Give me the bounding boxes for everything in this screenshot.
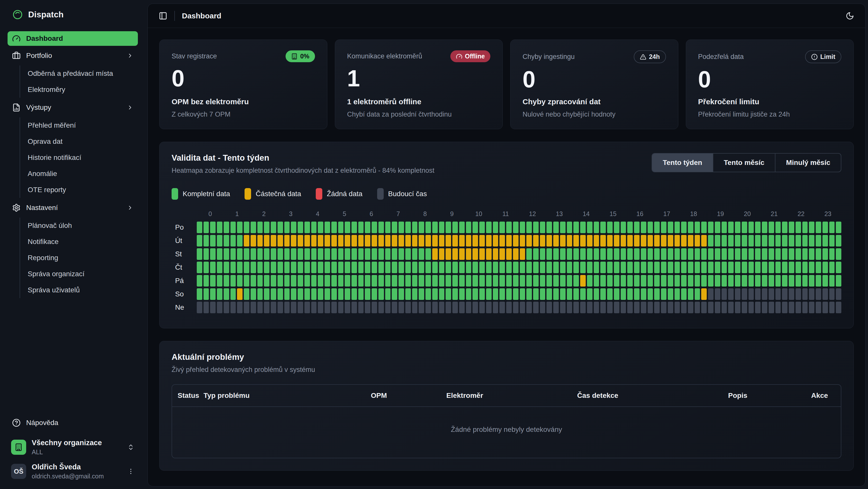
heatmap-cell <box>493 301 498 313</box>
heatmap-cell <box>432 262 438 273</box>
sidebar-subitem-ote-reporty[interactable]: OTE reporty <box>20 182 138 198</box>
heatmap-cell <box>210 301 216 313</box>
heatmap-cell <box>405 301 411 313</box>
legend-item: Částečná data <box>245 188 301 200</box>
heatmap-cell <box>802 288 808 300</box>
tab-minulý-měsíc[interactable]: Minulý měsíc <box>775 153 841 172</box>
heatmap-cell <box>668 275 673 287</box>
heatmap-cell <box>230 222 236 233</box>
sidebar-subitem-odběrná-a-předávací-místa[interactable]: Odběrná a předávací místa <box>20 65 138 82</box>
heatmap-cell <box>587 248 592 260</box>
heatmap-cell <box>668 235 673 247</box>
heatmap-cell <box>210 248 216 260</box>
heatmap-cell <box>472 262 478 273</box>
sidebar-subitem-správa-organizací[interactable]: Správa organizací <box>20 266 138 282</box>
heatmap-cell <box>816 248 821 260</box>
sidebar-subitem-přehled-měření[interactable]: Přehled měření <box>20 117 138 134</box>
sidebar-item-portfolio[interactable]: Portfolio <box>7 48 138 63</box>
sidebar-subitem-elektroměry[interactable]: Elektroměry <box>20 82 138 98</box>
day-label: Pá <box>172 277 197 285</box>
heatmap-cell <box>432 288 438 300</box>
heatmap-cell <box>318 235 323 247</box>
heatmap-cell <box>809 262 814 273</box>
sidebar-subitem-oprava-dat[interactable]: Oprava dat <box>20 134 138 150</box>
hour-label: 2 <box>251 210 278 218</box>
sidebar-subitem-správa-uživatelů[interactable]: Správa uživatelů <box>20 282 138 298</box>
heatmap-cell <box>600 235 606 247</box>
user-name: Oldřich Šveda <box>32 463 104 471</box>
heatmap-cell <box>318 288 323 300</box>
heatmap-cell <box>338 262 344 273</box>
org-selector[interactable]: Všechny organizace ALL <box>7 439 138 456</box>
heatmap-cell <box>769 262 774 273</box>
heatmap-cell <box>210 222 216 233</box>
sidebar-item-v-stupy[interactable]: Výstupy <box>7 100 138 115</box>
sidebar-item-help[interactable]: Nápověda <box>7 415 138 430</box>
user-menu[interactable]: OŠ Oldřich Šveda oldrich.sveda@gmail.com <box>7 463 138 480</box>
heatmap-cell <box>271 222 276 233</box>
sidebar-subitem-anomálie[interactable]: Anomálie <box>20 166 138 182</box>
heatmap-cell <box>587 275 592 287</box>
heatmap-cell <box>264 301 270 313</box>
heatmap-cell <box>298 301 303 313</box>
sidebar-toggle-button[interactable] <box>159 11 167 20</box>
hour-label: 17 <box>653 210 680 218</box>
heatmap-cell <box>695 262 700 273</box>
legend-swatch <box>245 188 251 200</box>
heatmap-cell <box>829 288 835 300</box>
tab-tento-měsíc[interactable]: Tento měsíc <box>713 153 775 172</box>
heatmap-cell <box>809 222 814 233</box>
theme-toggle-moon-icon[interactable] <box>846 11 854 20</box>
tab-tento-týden[interactable]: Tento týden <box>652 153 713 172</box>
heatmap-cell <box>418 235 424 247</box>
sidebar-item-nastaven-[interactable]: Nastavení <box>7 200 138 215</box>
heatmap-cell <box>634 262 640 273</box>
heatmap-cell <box>251 301 256 313</box>
heatmap-cell <box>560 235 566 247</box>
stat-card-3: Podezřelá dataLimit0Překročení limituPře… <box>686 39 854 129</box>
heatmap-cell <box>244 235 249 247</box>
heatmap-cell <box>217 288 222 300</box>
heatmap-cell <box>681 262 687 273</box>
sidebar-subitem-notifikace[interactable]: Notifikace <box>20 234 138 250</box>
heatmap-cell <box>399 301 404 313</box>
heatmap-cell <box>318 248 323 260</box>
heatmap-cell <box>493 222 498 233</box>
ellipsis-vertical-icon[interactable] <box>127 468 134 475</box>
heatmap-cell <box>459 248 465 260</box>
sidebar-subitem-plánovač-úloh[interactable]: Plánovač úloh <box>20 218 138 234</box>
heatmap-cell <box>627 235 633 247</box>
heatmap-cell <box>351 235 357 247</box>
heatmap-cell <box>513 275 519 287</box>
heatmap-cell <box>648 222 653 233</box>
heatmap-legend: Kompletní dataČástečná dataŽádná dataBud… <box>172 188 841 200</box>
heatmap-cell <box>466 275 471 287</box>
heatmap-cell <box>445 288 451 300</box>
heatmap-cell <box>695 235 700 247</box>
heatmap-cell <box>412 248 417 260</box>
heatmap-cell <box>399 275 404 287</box>
heatmap-cell <box>762 235 767 247</box>
hour-label: 6 <box>358 210 385 218</box>
heatmap-cell <box>661 248 666 260</box>
chevron-right-icon <box>127 52 133 59</box>
heatmap-cell <box>385 235 391 247</box>
heatmap-cell <box>823 235 828 247</box>
heatmap-cell <box>547 275 552 287</box>
heatmap-cell <box>291 301 297 313</box>
heatmap-cell <box>607 288 613 300</box>
sidebar-subitem-historie-notifikací[interactable]: Historie notifikací <box>20 150 138 166</box>
heatmap-cell <box>453 275 458 287</box>
sidebar-subitem-reporting[interactable]: Reporting <box>20 250 138 266</box>
heatmap-cell <box>472 301 478 313</box>
heatmap-cell <box>345 262 350 273</box>
hour-label: 13 <box>546 210 573 218</box>
heatmap-cell <box>708 288 714 300</box>
sidebar-item-dashboard[interactable]: Dashboard <box>7 31 138 46</box>
heatmap-cell <box>445 248 451 260</box>
heatmap-cell <box>217 222 222 233</box>
heatmap-cell <box>661 235 666 247</box>
heatmap-cell <box>533 301 539 313</box>
heatmap-cell <box>782 248 787 260</box>
heatmap-cell <box>634 248 640 260</box>
